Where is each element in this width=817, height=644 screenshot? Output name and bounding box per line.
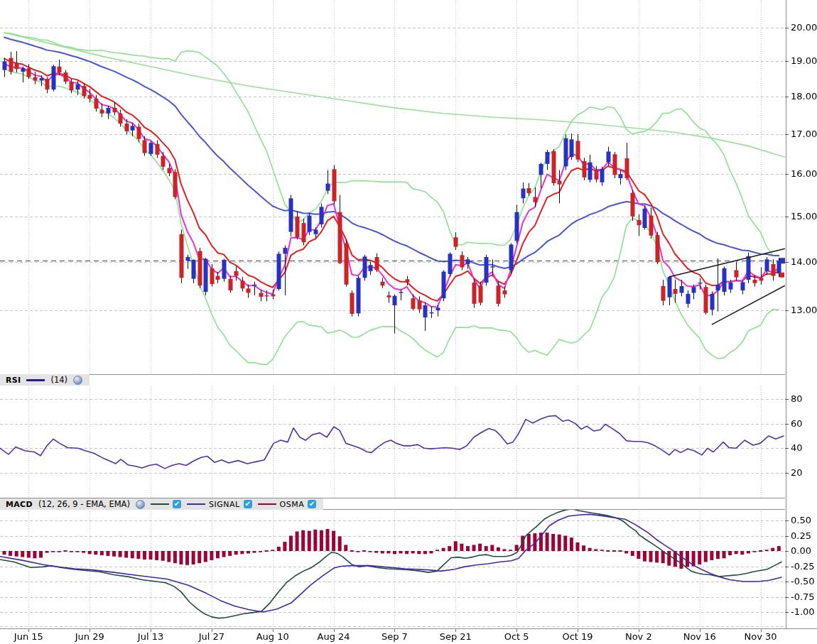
price-tick-label: 14.00 — [791, 256, 817, 267]
price-tick-label: 16.00 — [791, 168, 817, 179]
rsi-indicator-header: RSI (14) — [0, 374, 90, 386]
macd-tick-label: -0.75 — [791, 591, 815, 602]
signal-legend: SIGNAL ✔ — [187, 500, 252, 509]
rsi-tick-label: 40 — [791, 442, 803, 453]
macd-tick-label: 0.00 — [791, 545, 811, 556]
signal-label: SIGNAL — [209, 500, 240, 509]
date-tick-label: Nov 30 — [745, 631, 777, 642]
rsi-line-sample-icon — [26, 379, 45, 381]
date-tick-label: Jul 27 — [199, 631, 224, 642]
macd-tick-label: -1.00 — [791, 606, 815, 617]
price-tick-label: 13.00 — [791, 305, 817, 315]
macd-settings-globe-icon[interactable] — [136, 500, 145, 509]
price-tick-label: 15.00 — [791, 211, 817, 222]
date-tick-label: Nov 16 — [683, 631, 716, 642]
macd-tick-label: -0.50 — [791, 576, 815, 586]
price-tick-label: 18.00 — [791, 91, 817, 102]
date-tick-label: Nov 2 — [625, 631, 652, 642]
date-tick-label: Aug 10 — [256, 631, 289, 642]
date-tick-label: Jun 15 — [14, 631, 43, 642]
osma-line-sample-icon — [258, 503, 276, 505]
macd-indicator-header: MACD (12, 26, 9 - EMA, EMA) ✔ SIGNAL ✔ O… — [0, 498, 323, 510]
date-tick-label: Aug 24 — [318, 631, 350, 642]
rsi-tick-label: 80 — [791, 393, 803, 404]
date-tick-label: Sep 7 — [382, 631, 408, 642]
rsi-tick-label: 60 — [791, 418, 803, 429]
osma-label: OSMA — [280, 500, 305, 509]
price-tick-label: 20.00 — [791, 22, 817, 33]
rsi-title: RSI — [6, 376, 21, 385]
rsi-settings-globe-icon[interactable] — [73, 376, 82, 385]
macd-line-legend: ✔ — [151, 500, 181, 508]
chart-canvas[interactable] — [0, 0, 817, 644]
macd-line-sample-icon — [151, 503, 169, 505]
date-tick-label: Jul 13 — [138, 631, 163, 642]
rsi-params: (14) — [50, 375, 67, 385]
signal-line-sample-icon — [187, 503, 205, 505]
macd-tick-label: 0.25 — [791, 530, 811, 541]
date-tick-label: Sep 21 — [440, 631, 472, 642]
osma-legend: OSMA ✔ — [258, 500, 317, 509]
osma-checkbox[interactable]: ✔ — [308, 500, 316, 508]
macd-line-checkbox[interactable]: ✔ — [173, 500, 181, 508]
trading-chart: RSI (14) MACD (12, 26, 9 - EMA, EMA) ✔ S… — [0, 0, 817, 644]
price-tick-label: 19.00 — [791, 55, 817, 66]
macd-tick-label: -0.25 — [791, 561, 815, 572]
date-tick-label: Oct 19 — [562, 631, 593, 642]
macd-params: (12, 26, 9 - EMA, EMA) — [38, 499, 130, 509]
date-tick-label: Oct 5 — [504, 631, 529, 642]
date-tick-label: Jun 29 — [75, 631, 104, 642]
signal-checkbox[interactable]: ✔ — [244, 500, 252, 508]
macd-title: MACD — [6, 500, 33, 509]
price-tick-label: 17.00 — [791, 129, 817, 139]
rsi-tick-label: 20 — [791, 467, 803, 478]
macd-tick-label: 0.50 — [791, 515, 811, 525]
